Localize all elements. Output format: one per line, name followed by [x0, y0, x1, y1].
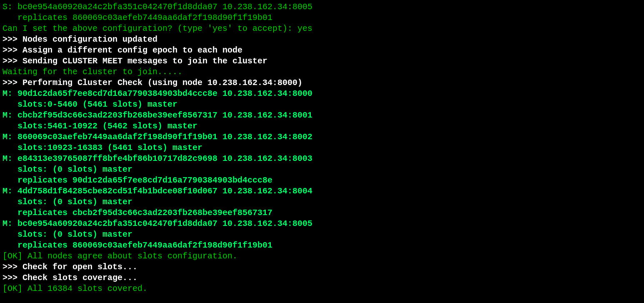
terminal-line: replicates cbcb2f95d3c66c3ad2203fb268be3…	[2, 208, 272, 218]
terminal-line: M: e84313e39765087ff8bfe4bf86b10717d82c9…	[2, 154, 312, 163]
terminal-line: M: cbcb2f95d3c66c3ad2203fb268be39eef8567…	[2, 110, 312, 120]
terminal-line: [OK] All nodes agree about slots configu…	[2, 251, 237, 261]
terminal-line: [OK] All 16384 slots covered.	[2, 284, 147, 293]
terminal-line: >>> Performing Cluster Check (using node…	[2, 78, 302, 88]
terminal-line: M: bc0e954a60920a24c2bfa351c042470f1d8dd…	[2, 219, 312, 228]
terminal-line: slots: (0 slots) master	[2, 230, 132, 239]
terminal-line: >>> Nodes configuration updated	[2, 35, 157, 44]
terminal-line: replicates 90d1c2da65f7ee8cd7d16a7790384…	[2, 175, 272, 185]
terminal-line: >>> Check for open slots...	[2, 262, 137, 272]
terminal-line: slots: (0 slots) master	[2, 165, 132, 174]
terminal-line: S: bc0e954a60920a24c2bfa351c042470f1d8dd…	[2, 2, 312, 12]
terminal-line: slots:0-5460 (5461 slots) master	[2, 100, 177, 109]
terminal-line: >>> Assign a different config epoch to e…	[2, 45, 242, 55]
terminal-line: slots: (0 slots) master	[2, 197, 132, 207]
terminal-line: >>> Check slots coverage...	[2, 273, 137, 283]
terminal-output: S: bc0e954a60920a24c2bfa351c042470f1d8dd…	[0, 0, 644, 296]
terminal-line: replicates 860069c03aefeb7449aa6daf2f198…	[2, 240, 272, 250]
terminal-line: M: 4dd758d1f84285cbe82cd51f4b1bdce08f10d…	[2, 186, 312, 196]
terminal-line: slots:10923-16383 (5461 slots) master	[2, 143, 202, 153]
terminal-line: M: 90d1c2da65f7ee8cd7d16a7790384903bd4cc…	[2, 89, 312, 98]
terminal-line: Can I set the above configuration? (type…	[2, 24, 312, 33]
terminal-line: Waiting for the cluster to join.....	[2, 67, 182, 77]
terminal-line: slots:5461-10922 (5462 slots) master	[2, 121, 197, 131]
terminal-line: M: 860069c03aefeb7449aa6daf2f198d90f1f19…	[2, 132, 312, 142]
terminal-line: >>> Sending CLUSTER MEET messages to joi…	[2, 56, 267, 66]
terminal-line: replicates 860069c03aefeb7449aa6daf2f198…	[2, 13, 272, 23]
